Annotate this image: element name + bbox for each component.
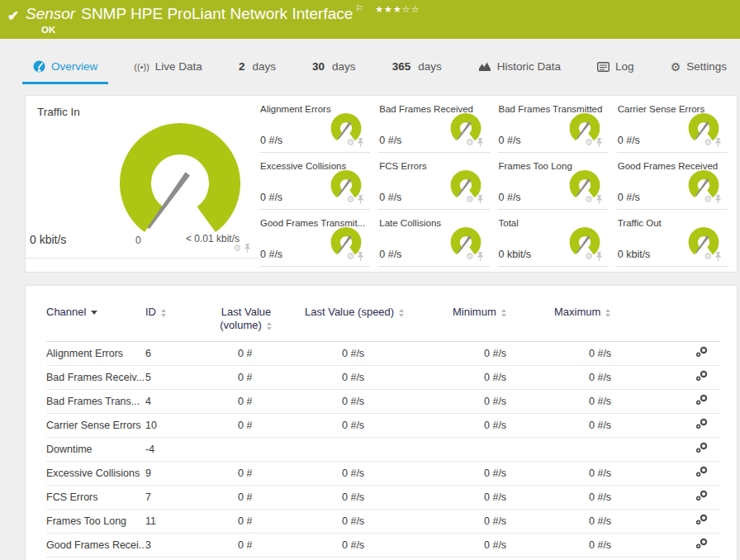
table-row[interactable]: Bad Frames Receiv... 5 0 # 0 #/s 0 #/s 0… (46, 366, 720, 390)
gauge-icon (33, 60, 45, 73)
row-minimum: 0 #/s (484, 348, 589, 359)
row-last-value-speed: 0 #/s (342, 515, 484, 527)
row-id: 4 (145, 396, 238, 407)
row-minimum: 0 #/s (484, 539, 589, 551)
row-last-value-speed: 0 #/s (342, 372, 484, 383)
main-gauge-cell: Traffic In 0 kbit/s 0 < 0.01 kbit/s ⚙ (26, 96, 257, 259)
channel-settings-gears-icon[interactable] (695, 346, 709, 360)
row-channel: Frames Too Long (46, 515, 145, 527)
channel-settings-gears-icon[interactable] (695, 466, 709, 480)
gauge-value: 0 #/s (379, 192, 401, 203)
sort-icon (161, 309, 167, 317)
flag-icon[interactable]: ⚐ (355, 3, 363, 13)
channel-settings-gears-icon[interactable] (695, 490, 709, 504)
row-id: 7 (145, 491, 238, 503)
col-header-maximum[interactable]: Maximum (589, 306, 666, 318)
table-row[interactable]: Carrier Sense Errors 10 0 # 0 #/s 0 #/s … (46, 414, 720, 438)
page-title: SNMP HPE ProLiant Network Interface (81, 5, 353, 22)
log-list-icon (597, 62, 610, 72)
gauge-scale-max: < 0.01 kbit/s (186, 233, 240, 244)
channel-settings-gears-icon[interactable] (695, 442, 709, 456)
channel-gauge (326, 110, 366, 149)
gauge-value: 0 #/s (618, 135, 640, 146)
channel-gauge (565, 110, 605, 149)
row-channel: Alignment Errors (46, 348, 145, 359)
tab-overview[interactable]: Overview (22, 51, 108, 84)
tab-2-days-label: days (252, 60, 276, 73)
table-row[interactable]: Frames Too Long 11 0 # 0 #/s 0 #/s 0 #/s (46, 510, 720, 534)
tab-30-days[interactable]: 30 days (301, 51, 367, 84)
gauge-value: 0 kbit/s (618, 249, 651, 260)
tab-settings[interactable]: ⚙ Settings (660, 51, 738, 84)
row-channel: FCS Errors (46, 491, 145, 503)
row-last-value-volume: 0 # (238, 515, 342, 527)
channel-gauge (684, 110, 723, 149)
tab-365-days-number: 365 (392, 60, 411, 73)
broadcast-icon: ((•)) (134, 62, 149, 72)
tab-365-days[interactable]: 365 days (382, 51, 453, 84)
tab-30-days-label: days (332, 60, 356, 73)
row-id: 6 (145, 348, 238, 359)
table-row[interactable]: Bad Frames Trans... 4 0 # 0 #/s 0 #/s 0 … (46, 390, 720, 414)
priority-stars[interactable]: ★★★☆☆ (375, 4, 420, 14)
status-ok-check-icon: ✔ (7, 7, 19, 25)
main-gauge-title: Traffic In (37, 106, 80, 118)
channel-table-panel: Channel ID Last Value(volume) Last Value… (25, 285, 738, 560)
channel-settings-gears-icon[interactable] (695, 394, 709, 408)
table-row[interactable]: Downtime -4 (46, 438, 720, 462)
row-maximum: 0 #/s (589, 515, 666, 527)
row-maximum: 0 #/s (589, 396, 666, 407)
sort-icon (605, 309, 611, 317)
small-gauge-grid: Alignment Errors 0 #/s ⚙ Bad Frames Rece… (259, 96, 728, 267)
tab-log[interactable]: Log (586, 51, 645, 84)
small-gauge-cell: Late Collisions 0 #/s ⚙ (378, 210, 489, 267)
tab-bar: Overview ((•)) Live Data 2 days 30 days … (0, 51, 738, 84)
small-gauge-cell: Frames Too Long 0 #/s ⚙ (498, 153, 609, 210)
row-channel: Bad Frames Receiv... (46, 372, 145, 383)
table-row[interactable]: Alignment Errors 6 0 # 0 #/s 0 #/s 0 #/s (46, 342, 720, 366)
tab-historic-data[interactable]: Historic Data (467, 51, 572, 84)
row-last-value-volume: 0 # (238, 539, 342, 551)
channel-settings-gears-icon[interactable] (695, 514, 709, 528)
row-id: 11 (145, 515, 238, 527)
row-last-value-speed: 0 #/s (342, 491, 484, 503)
row-last-value-volume: 0 # (238, 348, 342, 359)
row-id: 9 (145, 467, 238, 479)
gauge-title: Frames Too Long (499, 161, 572, 171)
pin-icon[interactable] (244, 244, 251, 253)
row-maximum: 0 #/s (589, 467, 666, 479)
channel-gauge (684, 224, 723, 263)
channel-settings-gears-icon[interactable] (695, 538, 709, 552)
gauge-value: 0 #/s (260, 192, 282, 203)
gauge-cell-actions: ⚙ (233, 244, 251, 253)
tab-historic-data-label: Historic Data (497, 60, 561, 73)
channel-table-header: Channel ID Last Value(volume) Last Value… (46, 306, 720, 342)
row-channel: Excessive Collisions (46, 467, 145, 479)
channel-settings-gears-icon[interactable] (695, 370, 709, 384)
table-row[interactable]: Excessive Collisions 9 0 # 0 #/s 0 #/s 0… (46, 462, 720, 486)
tab-log-label: Log (615, 60, 634, 73)
small-gauge-cell: Bad Frames Transmitted 0 #/s ⚙ (498, 96, 609, 153)
table-row[interactable]: Good Frames Recei... 3 0 # 0 #/s 0 #/s 0… (46, 534, 720, 558)
gear-icon[interactable]: ⚙ (233, 244, 241, 253)
row-maximum: 0 #/s (589, 348, 666, 359)
sensor-title-line: SensorSNMP HPE ProLiant Network Interfac… (26, 5, 420, 23)
small-gauge-cell: Excessive Collisions 0 #/s ⚙ (259, 153, 370, 210)
col-header-channel[interactable]: Channel (46, 306, 145, 318)
channel-settings-gears-icon[interactable] (695, 418, 709, 432)
small-gauge-cell: Total 0 kbit/s ⚙ (498, 210, 609, 267)
small-gauge-cell: FCS Errors 0 #/s ⚙ (378, 153, 489, 210)
table-row[interactable]: Good Frames Trans... 2 0 # 0 #/s 0 #/s 0… (46, 558, 720, 560)
tab-2-days[interactable]: 2 days (228, 51, 287, 84)
tab-live-data[interactable]: ((•)) Live Data (123, 51, 213, 84)
object-kind-label: Sensor (26, 5, 75, 22)
row-id: 3 (145, 539, 238, 551)
gauge-value: 0 kbit/s (499, 249, 532, 260)
tab-live-data-label: Live Data (155, 60, 202, 73)
row-maximum: 0 #/s (589, 539, 666, 551)
table-row[interactable]: FCS Errors 7 0 # 0 #/s 0 #/s 0 #/s (46, 486, 720, 510)
sort-desc-icon (91, 311, 97, 315)
row-minimum: 0 #/s (484, 491, 589, 503)
row-last-value-speed: 0 #/s (342, 539, 484, 551)
small-gauge-cell: Alignment Errors 0 #/s ⚙ (259, 96, 370, 153)
